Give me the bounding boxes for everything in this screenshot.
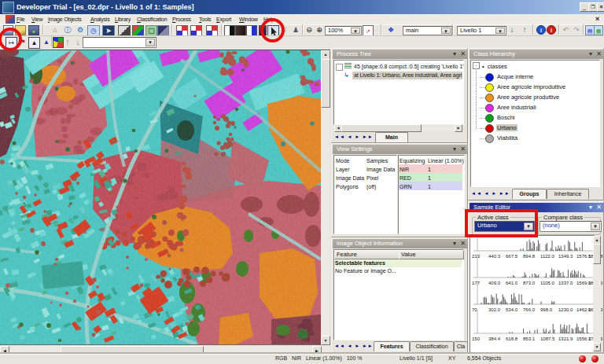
svg-text:302.0: 302.0 — [488, 307, 501, 312]
svg-text:213: 213 — [472, 254, 481, 259]
svg-text:1349.3: 1349.3 — [558, 254, 573, 259]
svg-text:534.0: 534.0 — [506, 307, 518, 312]
svg-text:1122.0: 1122.0 — [540, 254, 555, 259]
svg-text:177: 177 — [472, 281, 481, 285]
svg-text:1087.5: 1087.5 — [540, 336, 555, 341]
svg-text:894.8: 894.8 — [523, 254, 536, 259]
svg-text:70: 70 — [472, 307, 477, 312]
svg-text:618.8: 618.8 — [506, 336, 518, 341]
svg-text:384.4: 384.4 — [488, 336, 501, 341]
svg-text:1230.0: 1230.0 — [558, 307, 573, 312]
svg-text:667.5: 667.5 — [506, 254, 518, 259]
svg-text:1337.0: 1337.0 — [558, 281, 573, 285]
svg-text:440.3: 440.3 — [488, 254, 501, 259]
svg-text:1321.9: 1321.9 — [558, 336, 573, 341]
svg-text:1105.0: 1105.0 — [540, 281, 555, 285]
svg-text:150: 150 — [472, 336, 481, 341]
svg-text:873.0: 873.0 — [523, 281, 536, 285]
svg-text:409.0: 409.0 — [488, 281, 501, 285]
svg-text:766.0: 766.0 — [523, 307, 536, 312]
svg-text:641.0: 641.0 — [506, 281, 518, 285]
svg-text:853.1: 853.1 — [523, 336, 536, 341]
svg-text:998.0: 998.0 — [540, 307, 553, 312]
